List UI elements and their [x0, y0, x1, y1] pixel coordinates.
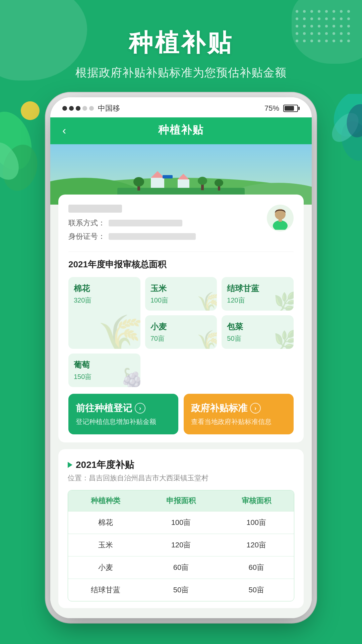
user-info-row: 联系方式： 身份证号： [68, 205, 294, 245]
th-crop-type: 种植种类 [68, 490, 143, 511]
status-bar: 中国移 75% [50, 97, 312, 117]
subsidy-title: 2021年度补贴 [76, 459, 134, 471]
triangle-icon [68, 462, 72, 468]
phone-frame: 中国移 75% ‹ 种植补贴 [50, 97, 312, 618]
td-cabbage-type: 结球甘蓝 [68, 579, 143, 601]
svg-point-20 [198, 177, 207, 185]
crop-card-pakchoi: 包菜 50亩 🌿 [222, 315, 294, 349]
subsidy-table: 种植种类 申报面积 审核面积 棉花 100亩 100亩 玉米 120亩 120亩 [68, 490, 294, 601]
signal-area: 中国移 [62, 103, 120, 113]
signal-dot-3 [76, 106, 80, 111]
contact-value-blurred [109, 220, 182, 226]
svg-point-25 [273, 220, 288, 230]
battery-icon [283, 105, 300, 112]
battery-fill [285, 106, 294, 111]
battery-tip [298, 107, 300, 110]
td-cotton-type: 棉花 [68, 512, 143, 534]
user-name-blurred [68, 205, 122, 213]
standard-button-sub: 查看当地政府补贴标准信息 [191, 417, 286, 426]
crop-icon-cotton: 🌾 [98, 312, 140, 349]
svg-point-18 [133, 177, 144, 186]
td-corn-verified: 120亩 [219, 534, 294, 556]
table-row: 棉花 100亩 100亩 [68, 511, 294, 534]
td-corn-type: 玉米 [68, 534, 143, 556]
signal-dot-1 [62, 106, 67, 111]
register-button-title: 前往种植登记 › [76, 402, 171, 415]
crop-area-wheat: 70亩 [150, 334, 212, 343]
signal-dot-4 [82, 106, 87, 111]
info-card: 联系方式： 身份证号： [58, 195, 304, 442]
th-reported-area: 申报面积 [143, 490, 219, 511]
td-cotton-verified: 100亩 [219, 512, 294, 534]
register-button-sub: 登记种植信息增加补贴金额 [76, 417, 171, 426]
signal-dot-2 [69, 106, 74, 111]
crop-name-corn: 玉米 [150, 283, 212, 294]
crop-name-grape: 葡萄 [74, 360, 135, 370]
register-arrow-icon: › [135, 403, 145, 414]
avatar [267, 205, 294, 231]
id-label: 身份证号： [68, 231, 105, 241]
page-title: 种植补贴 [0, 27, 362, 59]
svg-rect-26 [279, 219, 282, 222]
battery-percentage: 75% [264, 104, 279, 113]
crop-card-cotton: 棉花 320亩 🌾 [68, 277, 140, 349]
back-button[interactable]: ‹ [62, 124, 66, 137]
crop-card-wheat: 小麦 70亩 🌾 [145, 315, 217, 349]
crop-card-corn: 玉米 100亩 🌾 [145, 277, 217, 311]
crop-card-grape: 葡萄 150亩 🍇 [68, 354, 140, 387]
id-value-blurred [109, 233, 196, 240]
td-wheat-type: 小麦 [68, 556, 143, 579]
svg-rect-13 [151, 178, 164, 188]
crop-name-pakchoi: 包菜 [227, 321, 288, 332]
td-wheat-verified: 60亩 [219, 556, 294, 579]
signal-dot-5 [89, 106, 94, 111]
crops-section-title: 2021年度申报审核总面积 [68, 259, 294, 270]
id-field: 身份证号： [68, 231, 267, 241]
divider [68, 252, 294, 252]
crop-area-cabbage: 120亩 [227, 296, 288, 305]
td-cotton-reported: 100亩 [143, 512, 219, 534]
phone-content: 联系方式： 身份证号： [50, 195, 312, 618]
td-cabbage-reported: 50亩 [143, 579, 219, 601]
contact-label: 联系方式： [68, 218, 105, 228]
table-row: 玉米 120亩 120亩 [68, 534, 294, 556]
crop-name-cotton: 棉花 [74, 283, 135, 294]
subsidy-section: 2021年度补贴 位置：昌吉回族自治州昌吉市大西渠镇玉堂村 种植种类 申报面积 … [58, 449, 304, 608]
nav-title: 种植补贴 [158, 123, 204, 138]
crop-name-cabbage: 结球甘蓝 [227, 283, 288, 294]
crops-grid: 棉花 320亩 🌾 玉米 100亩 🌾 结球甘蓝 120亩 🌿 [68, 277, 294, 387]
user-details: 联系方式： 身份证号： [68, 205, 267, 245]
action-buttons: 前往种植登记 › 登记种植信息增加补贴金额 政府补贴标准 › 查看当地政府补贴标… [68, 394, 294, 434]
crop-area-grape: 150亩 [74, 372, 135, 381]
crop-card-cabbage: 结球甘蓝 120亩 🌿 [222, 277, 294, 311]
header-area: 种植补贴 根据政府补贴补贴标准为您预估补贴金额 [0, 0, 362, 80]
table-row: 小麦 60亩 60亩 [68, 556, 294, 579]
standard-button[interactable]: 政府补贴标准 › 查看当地政府补贴标准信息 [184, 394, 294, 434]
td-cabbage-verified: 50亩 [219, 579, 294, 601]
register-button[interactable]: 前往种植登记 › 登记种植信息增加补贴金额 [68, 394, 178, 434]
th-verified-area: 审核面积 [219, 490, 294, 511]
crop-area-corn: 100亩 [150, 296, 212, 305]
contact-field: 联系方式： [68, 218, 267, 228]
svg-rect-15 [178, 179, 189, 188]
td-wheat-reported: 60亩 [143, 556, 219, 579]
status-right: 75% [264, 104, 300, 113]
nav-bar: ‹ 种植补贴 [50, 117, 312, 144]
carrier-text: 中国移 [98, 103, 120, 113]
page-subtitle: 根据政府补贴补贴标准为您预估补贴金额 [0, 65, 362, 80]
standard-arrow-icon: › [250, 403, 261, 414]
td-corn-reported: 120亩 [143, 534, 219, 556]
subsidy-location: 位置：昌吉回族自治州昌吉市大西渠镇玉堂村 [68, 473, 294, 483]
standard-button-title: 政府补贴标准 › [191, 402, 286, 415]
crop-area-pakchoi: 50亩 [227, 334, 288, 343]
subsidy-header: 2021年度补贴 [68, 459, 294, 471]
crop-name-wheat: 小麦 [150, 321, 212, 332]
table-row: 结球甘蓝 50亩 50亩 [68, 579, 294, 601]
svg-rect-23 [163, 175, 173, 178]
phone-wrapper: 中国移 75% ‹ 种植补贴 [0, 97, 362, 618]
table-header: 种植种类 申报面积 审核面积 [68, 490, 294, 511]
crop-area-cotton: 320亩 [74, 296, 135, 305]
svg-point-22 [215, 179, 223, 186]
